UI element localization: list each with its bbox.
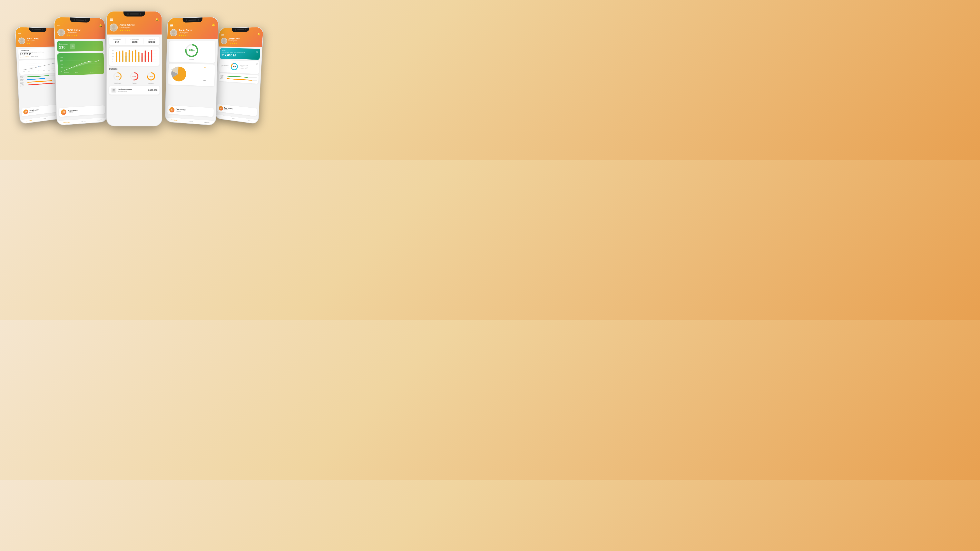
bell-icon-4[interactable]: 🔔 <box>212 23 215 27</box>
notch-3 <box>124 11 145 16</box>
svg-rect-57 <box>138 52 139 62</box>
plus-icon-5[interactable]: ⊕ <box>256 50 258 53</box>
lorem-link-right: ▶ LOREM IPSUM <box>30 56 38 57</box>
nav-amazon-4[interactable]: Amazon <box>204 121 210 124</box>
svg-text:42%: 42% <box>116 75 119 78</box>
user-location-2: Los Angeles <box>67 31 81 33</box>
phone-screen-2: 🔔 Annie Christ Los Angeles <box>54 17 107 125</box>
nav-partner-4[interactable]: Partner <box>189 120 193 122</box>
svg-text:53%: 53% <box>132 75 136 78</box>
avatar-5 <box>221 38 227 44</box>
svg-rect-49 <box>126 52 127 62</box>
user-details-4: Annie Christ Los Angeles ★★ ★★ ★ <box>178 29 192 37</box>
donut-42: 42% Total Graph <box>113 72 122 84</box>
stats-row-3: Categories 210 Consumers 7000 Products 3… <box>109 37 159 45</box>
total-product-banner-4: 🏷 Total Product 456000 <box>167 105 214 117</box>
nav-total-graph-1[interactable]: Total Graph <box>26 120 32 122</box>
svg-rect-61 <box>145 51 146 62</box>
camera-dot-5 <box>235 29 236 30</box>
camera-dot-4 <box>186 19 188 21</box>
svg-point-84 <box>223 39 225 42</box>
avatar-2 <box>57 29 65 36</box>
svg-line-5 <box>22 68 57 70</box>
phone-screen-5: 🔔 Annie Christ Los Angeles <box>215 27 263 124</box>
svg-point-16 <box>59 33 64 36</box>
user-details-2: Annie Christ Los Angeles ★★ ★★ ★ <box>67 29 81 37</box>
notch-1 <box>29 27 47 32</box>
nav-amazon-2[interactable]: Amazon <box>97 119 102 121</box>
svg-text:160: 160 <box>112 56 114 57</box>
phone-shell-2: 🔔 Annie Christ Los Angeles <box>54 17 108 126</box>
plus-icon-314[interactable]: ⊕ <box>256 62 258 65</box>
svg-line-3 <box>22 65 57 66</box>
menu-icon-1[interactable] <box>18 33 21 35</box>
consumers-banner-3: Total consumers American area 1.039.000 <box>109 86 159 94</box>
user-location-1: Los Angeles <box>27 40 38 41</box>
svg-line-25 <box>64 67 101 67</box>
nav-partner-5[interactable]: Partner <box>232 118 236 119</box>
sensor-dot-3 <box>140 13 141 15</box>
user-details-5: Annie Christ Los Angeles ★★ ★★ ★ <box>228 37 240 44</box>
user-details-1: Annie Christ Los Angeles ★ ★ <box>27 37 39 44</box>
phone-4: 🔔 Annie Christ Los Angeles <box>165 17 219 126</box>
lorem-link-left[interactable]: ▶ LOREM IPSUM <box>20 56 29 57</box>
menu-icon-5[interactable] <box>221 34 224 35</box>
stars-4: ★★ ★★ ★ <box>178 34 192 37</box>
svg-text:80: 80 <box>112 59 113 60</box>
sensor-dot-2 <box>85 19 86 21</box>
green-chart-card: 250 200 150 100 50 <box>57 53 104 75</box>
svg-text:200: 200 <box>60 60 62 62</box>
speaker-bar-4 <box>188 19 197 21</box>
bell-icon-2[interactable]: 🔔 <box>99 24 102 27</box>
header-top-3: 🔔 <box>110 18 159 21</box>
stars-1: ★ ★ <box>27 42 39 44</box>
bar-chart-svg-3: 300 240 160 80 0 <box>111 49 158 64</box>
menu-icon-4[interactable] <box>170 24 173 27</box>
phone-screen-3: 🔔 Annie Christ Los Angeles <box>107 11 162 125</box>
menu-icon-3[interactable] <box>110 18 113 21</box>
nav-total-graph-2[interactable]: Total Graph <box>63 121 70 123</box>
svg-text:2018: 2018 <box>53 70 55 71</box>
circular-card-4: 78% Amazon <box>169 41 216 63</box>
bell-icon-3[interactable]: 🔔 <box>155 18 159 21</box>
tp-icon-2: 🏷 <box>61 110 67 115</box>
nav-partner-2[interactable]: Partner <box>81 120 86 122</box>
bell-icon-5[interactable]: 🔔 <box>257 33 260 35</box>
line-chart-svg: 2012 2013 2014 2015 2016 2017 2018 <box>21 61 58 73</box>
user-name-2: Annie Christ <box>67 29 80 31</box>
svg-point-14 <box>53 63 54 64</box>
svg-rect-47 <box>122 51 124 62</box>
speaker-bar-3 <box>130 13 139 14</box>
bar-chart-card-3: 300 240 160 80 0 <box>109 47 159 66</box>
svg-text:300: 300 <box>112 50 114 51</box>
svg-point-80 <box>172 33 176 36</box>
phone-screen-4: 🔔 Annie Christ Los Angeles <box>165 17 218 125</box>
sensor-dot-5 <box>245 29 246 30</box>
svg-text:78%: 78% <box>150 75 153 78</box>
phone-shell-5: 🔔 Annie Christ Los Angeles <box>215 27 264 124</box>
notch-2 <box>70 17 90 22</box>
lorem-card-1: LOREM IPSUM Contrary to popular belief, … <box>18 48 59 59</box>
nav-h-5[interactable]: h <box>221 116 221 118</box>
svg-text:0: 0 <box>112 61 113 62</box>
svg-text:2017: 2017 <box>48 70 50 71</box>
svg-text:150: 150 <box>60 64 63 65</box>
speaker-bar-5 <box>237 29 244 30</box>
donut-314-svg: 314 <box>230 62 239 71</box>
phone-2: 🔔 Annie Christ Los Angeles <box>54 17 108 126</box>
phone-shell-4: 🔔 Annie Christ Los Angeles <box>165 17 219 126</box>
phone-header-1: 🔔 Annie Christ Los Angeles <box>15 27 60 47</box>
nav-partner-1[interactable]: Partner <box>43 118 46 119</box>
speaker-bar-2 <box>76 19 84 21</box>
menu-icon-2[interactable] <box>57 24 60 26</box>
svg-point-31 <box>111 29 116 31</box>
user-info-5: Annie Christ Los Angeles ★★ ★★ ★ <box>221 37 260 44</box>
svg-text:314: 314 <box>233 66 236 68</box>
user-name-1: Annie Christ <box>27 37 38 40</box>
total-product-banner-2: 🏷 Total Product 456000 <box>59 105 105 117</box>
nav-total-graph-4[interactable]: Total Graph <box>171 119 177 121</box>
phone-header-2: 🔔 Annie Christ Los Angeles <box>54 17 105 39</box>
stat-categories: Categories 210 <box>113 38 121 43</box>
nav-amazon-5[interactable]: Amazon <box>248 120 252 122</box>
sensor-dot <box>42 29 43 30</box>
